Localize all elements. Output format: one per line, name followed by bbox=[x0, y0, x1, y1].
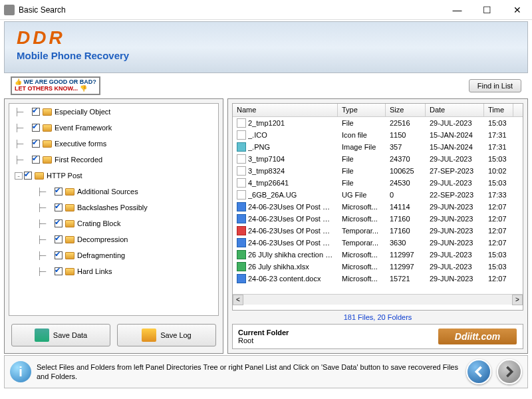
table-row[interactable]: 4_tmp26641File2453029-JUL-202315:03 bbox=[233, 177, 523, 189]
file-date: 29-JUL-2023 bbox=[426, 263, 484, 271]
table-row[interactable]: 24-06-23Uses Of Post Of..Temporar...3630… bbox=[233, 237, 523, 249]
app-icon bbox=[4, 5, 15, 15]
file-time: 15:03 bbox=[484, 119, 513, 127]
tree-collapse-icon[interactable]: - bbox=[15, 172, 23, 180]
table-row[interactable]: 3_tmp7104File2437029-JUL-202315:03 bbox=[233, 153, 523, 165]
scroll-right-icon[interactable]: > bbox=[512, 295, 523, 305]
tree-item[interactable]: -HTTP Post bbox=[9, 168, 218, 184]
table-row[interactable]: 26 JUly shikha crection fil..Microsoft..… bbox=[233, 249, 523, 261]
table-row[interactable]: _.ICOIcon file115015-JAN-202417:31 bbox=[233, 129, 523, 141]
table-header: Name Type Size Date Time bbox=[233, 104, 523, 117]
status-line: 181 Files, 20 Folders bbox=[228, 312, 527, 323]
tree-checkbox[interactable] bbox=[55, 188, 63, 196]
tree-item[interactable]: ├─Hard Links bbox=[9, 263, 218, 279]
table-body[interactable]: 2_tmp1201File2251629-JUL-202315:03_.ICOI… bbox=[233, 117, 523, 294]
table-row[interactable]: 3_tmp8324File10062527-SEP-202310:02 bbox=[233, 165, 523, 177]
file-icon bbox=[237, 250, 246, 259]
maximize-button[interactable]: ☐ bbox=[472, 0, 502, 19]
current-folder-path: Root bbox=[238, 336, 438, 344]
file-size: 24530 bbox=[386, 179, 426, 187]
col-size[interactable]: Size bbox=[386, 104, 426, 116]
file-date: 22-SEP-2023 bbox=[426, 191, 484, 199]
file-icon bbox=[237, 190, 246, 200]
col-date[interactable]: Date bbox=[426, 104, 484, 116]
tree-checkbox[interactable] bbox=[32, 108, 40, 116]
col-type[interactable]: Type bbox=[338, 104, 386, 116]
scroll-left-icon[interactable]: < bbox=[233, 295, 243, 305]
file-icon bbox=[237, 178, 246, 188]
tree-label: Especially Object bbox=[55, 108, 110, 116]
tree-checkbox[interactable] bbox=[32, 140, 40, 148]
prev-button[interactable] bbox=[466, 359, 491, 384]
tree-label: Backslashes Possibly bbox=[77, 203, 148, 211]
find-in-list-button[interactable]: Find in List bbox=[469, 79, 521, 92]
tree-item[interactable]: ├─Especially Object bbox=[9, 104, 218, 120]
col-name[interactable]: Name bbox=[233, 104, 338, 116]
next-button[interactable] bbox=[497, 359, 522, 384]
folder-icon bbox=[43, 140, 52, 148]
file-type: Microsoft... bbox=[338, 251, 386, 259]
file-name: 24-06-23Uses Of Post Of.. bbox=[248, 215, 334, 223]
table-row[interactable]: 24-06-23 content.docxMicrosoft...1572129… bbox=[233, 273, 523, 285]
tree-checkbox[interactable] bbox=[55, 203, 63, 211]
file-name: _.PNG bbox=[248, 143, 270, 151]
site-badge[interactable]: Ddiitt.com bbox=[438, 328, 517, 345]
tree-label: Defragmenting bbox=[77, 251, 125, 259]
file-name: 24-06-23 content.docx bbox=[248, 275, 321, 283]
file-type: File bbox=[338, 119, 386, 127]
tree-checkbox[interactable] bbox=[32, 156, 40, 164]
logo-subtitle: Mobile Phone Recovery bbox=[17, 50, 515, 61]
file-date: 29-JUN-2023 bbox=[426, 227, 484, 235]
file-icon bbox=[237, 166, 246, 176]
folder-icon bbox=[65, 252, 74, 259]
review-button[interactable]: 👍 WE ARE GOOD OR BAD? LET OTHERS KNOW...… bbox=[11, 76, 100, 95]
tree-item[interactable]: ├─Crating Block bbox=[9, 215, 218, 231]
tree-item[interactable]: ├─Additional Sources bbox=[9, 184, 218, 200]
save-log-button[interactable]: Save Log bbox=[117, 324, 216, 346]
file-time: 15:03 bbox=[484, 263, 513, 271]
file-name: 2_tmp1201 bbox=[248, 119, 285, 127]
current-folder-title: Current Folder bbox=[238, 329, 438, 336]
file-size: 17160 bbox=[386, 227, 426, 235]
file-name: 26 JUly shikha crection fil.. bbox=[248, 251, 334, 259]
tree-item[interactable]: ├─Decompression bbox=[9, 231, 218, 247]
save-data-button[interactable]: Save Data bbox=[11, 324, 110, 346]
tree-item[interactable]: ├─Event Framework bbox=[9, 120, 218, 136]
file-size: 22516 bbox=[386, 119, 426, 127]
tree-checkbox[interactable] bbox=[24, 172, 32, 180]
table-row[interactable]: _6GB_26A.UGUG File022-SEP-202317:33 bbox=[233, 189, 523, 201]
minimize-button[interactable]: — bbox=[442, 0, 472, 19]
file-date: 29-JUN-2023 bbox=[426, 203, 484, 211]
file-type: Microsoft... bbox=[338, 215, 386, 223]
file-date: 29-JUL-2023 bbox=[426, 251, 484, 259]
tree-item[interactable]: ├─First Recorded bbox=[9, 152, 218, 168]
file-time: 17:31 bbox=[484, 143, 513, 151]
file-name: 24-06-23Uses Of Post Of.. bbox=[248, 203, 334, 211]
file-date: 29-JUL-2023 bbox=[426, 179, 484, 187]
table-row[interactable]: 24-06-23Uses Of Post Of..Microsoft...141… bbox=[233, 201, 523, 213]
col-time[interactable]: Time bbox=[484, 104, 513, 116]
tree-checkbox[interactable] bbox=[55, 267, 63, 275]
file-icon bbox=[237, 154, 246, 164]
tree-checkbox[interactable] bbox=[55, 235, 63, 243]
folder-tree[interactable]: ├─Especially Object├─Event Framework├─Ex… bbox=[9, 103, 219, 316]
footer: i Select Files and Folders from left Pan… bbox=[4, 355, 528, 388]
file-icon bbox=[237, 262, 246, 271]
horizontal-scrollbar[interactable]: < > bbox=[233, 294, 523, 305]
close-button[interactable]: ✕ bbox=[502, 0, 532, 19]
save-data-icon bbox=[35, 329, 49, 342]
table-row[interactable]: 24-06-23Uses Of Post Of..Temporar...1716… bbox=[233, 225, 523, 237]
table-row[interactable]: 24-06-23Uses Of Post Of..Microsoft...171… bbox=[233, 213, 523, 225]
tree-item[interactable]: ├─Executive forms bbox=[9, 136, 218, 152]
tree-checkbox[interactable] bbox=[55, 219, 63, 227]
file-name: 24-06-23Uses Of Post Of.. bbox=[248, 227, 334, 235]
table-row[interactable]: _.PNGImage File35715-JAN-202417:31 bbox=[233, 141, 523, 153]
tree-item[interactable]: ├─Backslashes Possibly bbox=[9, 200, 218, 215]
table-row[interactable]: 26 July shikha.xlsxMicrosoft...11299729-… bbox=[233, 261, 523, 273]
file-icon bbox=[237, 142, 246, 152]
tree-checkbox[interactable] bbox=[32, 124, 40, 132]
tree-checkbox[interactable] bbox=[55, 251, 63, 259]
file-type: Microsoft... bbox=[338, 203, 386, 211]
table-row[interactable]: 2_tmp1201File2251629-JUL-202315:03 bbox=[233, 117, 523, 129]
tree-item[interactable]: ├─Defragmenting bbox=[9, 247, 218, 263]
